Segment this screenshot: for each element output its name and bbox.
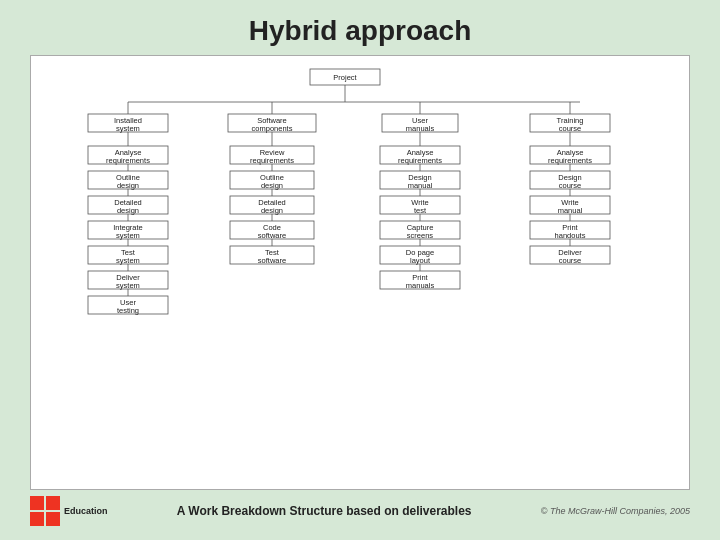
svg-text:manual: manual bbox=[408, 181, 433, 190]
svg-text:requirements: requirements bbox=[548, 156, 592, 165]
diagram-area: .box rect { fill: white; stroke: #555; s… bbox=[30, 55, 690, 490]
node-installed-system: Installed system bbox=[88, 114, 168, 133]
node-col2-5: Test software bbox=[230, 246, 314, 265]
node-col1-3: Detailed design bbox=[88, 196, 168, 215]
svg-rect-115 bbox=[46, 512, 60, 526]
node-col4-3: Write manual bbox=[530, 196, 610, 215]
svg-text:testing: testing bbox=[117, 306, 139, 315]
svg-text:system: system bbox=[116, 281, 140, 290]
node-col1-4: Integrate system bbox=[88, 221, 168, 240]
node-col3-2: Design manual bbox=[380, 171, 460, 190]
node-project: Project bbox=[310, 69, 380, 85]
svg-text:layout: layout bbox=[410, 256, 431, 265]
svg-text:software: software bbox=[258, 256, 286, 265]
node-col2-1: Review requirements bbox=[230, 146, 314, 165]
node-col3-4: Capture screens bbox=[380, 221, 460, 240]
footer-copyright: © The McGraw-Hill Companies, 2005 bbox=[541, 506, 690, 516]
footer: Education A Work Breakdown Structure bas… bbox=[20, 492, 700, 530]
svg-text:Project: Project bbox=[333, 73, 357, 82]
node-col3-3: Write test bbox=[380, 196, 460, 215]
node-col2-3: Detailed design bbox=[230, 196, 314, 215]
node-col4-5: Deliver course bbox=[530, 246, 610, 265]
svg-rect-113 bbox=[46, 496, 60, 510]
node-training-course: Training course bbox=[530, 114, 610, 133]
svg-text:requirements: requirements bbox=[106, 156, 150, 165]
node-col4-2: Design course bbox=[530, 171, 610, 190]
node-col2-4: Code software bbox=[230, 221, 314, 240]
svg-text:test: test bbox=[414, 206, 427, 215]
svg-text:system: system bbox=[116, 256, 140, 265]
education-label: Education bbox=[64, 506, 108, 516]
node-col3-6: Print manuals bbox=[380, 271, 460, 290]
node-col4-1: Analyse requirements bbox=[530, 146, 610, 165]
svg-rect-112 bbox=[30, 496, 44, 510]
svg-text:manuals: manuals bbox=[406, 281, 435, 290]
svg-text:design: design bbox=[261, 206, 283, 215]
svg-text:course: course bbox=[559, 181, 582, 190]
svg-text:manual: manual bbox=[558, 206, 583, 215]
node-col3-5: Do page layout bbox=[380, 246, 460, 265]
svg-text:system: system bbox=[116, 124, 140, 133]
svg-text:course: course bbox=[559, 124, 582, 133]
node-col1-2: Outline design bbox=[88, 171, 168, 190]
node-col4-4: Print handouts bbox=[530, 221, 610, 240]
slide-container: Hybrid approach .box rect { fill: white;… bbox=[0, 0, 720, 540]
footer-caption: A Work Breakdown Structure based on deli… bbox=[108, 504, 541, 518]
svg-text:components: components bbox=[252, 124, 293, 133]
mcgraw-logo bbox=[30, 496, 60, 526]
page-title: Hybrid approach bbox=[20, 15, 700, 47]
node-col1-5: Test system bbox=[88, 246, 168, 265]
svg-text:requirements: requirements bbox=[250, 156, 294, 165]
node-col1-7: User testing bbox=[88, 296, 168, 315]
node-col1-1: Analyse requirements bbox=[88, 146, 168, 165]
svg-text:handouts: handouts bbox=[555, 231, 586, 240]
svg-rect-114 bbox=[30, 512, 44, 526]
svg-text:course: course bbox=[559, 256, 582, 265]
svg-text:software: software bbox=[258, 231, 286, 240]
node-user-manuals: User manuals bbox=[382, 114, 458, 133]
svg-text:screens: screens bbox=[407, 231, 434, 240]
svg-text:design: design bbox=[261, 181, 283, 190]
logo-area: Education bbox=[30, 496, 108, 526]
node-col1-6: Deliver system bbox=[88, 271, 168, 290]
wbs-diagram: .box rect { fill: white; stroke: #555; s… bbox=[40, 64, 680, 454]
node-software-components: Software components bbox=[228, 114, 316, 133]
svg-text:manuals: manuals bbox=[406, 124, 435, 133]
svg-text:design: design bbox=[117, 206, 139, 215]
node-col3-1: Analyse requirements bbox=[380, 146, 460, 165]
svg-text:system: system bbox=[116, 231, 140, 240]
node-col2-2: Outline design bbox=[230, 171, 314, 190]
svg-text:requirements: requirements bbox=[398, 156, 442, 165]
svg-text:design: design bbox=[117, 181, 139, 190]
